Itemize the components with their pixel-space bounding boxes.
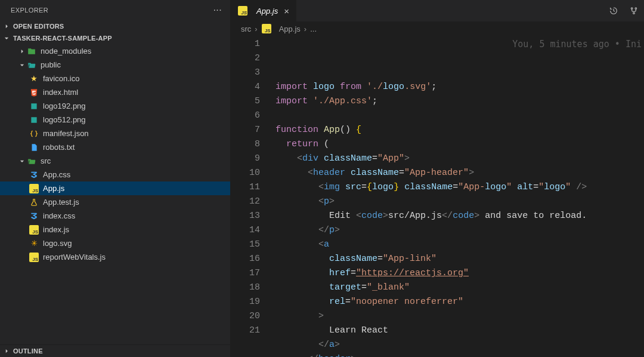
image-icon (29, 115, 39, 125)
tree-folder-public[interactable]: public (0, 58, 230, 72)
chevron-right-icon: › (255, 24, 257, 33)
js-icon: JS (29, 224, 39, 235)
tree-label: logo512.png (43, 115, 86, 124)
chevron-down-icon (18, 158, 26, 164)
folder-open-icon (26, 60, 37, 70)
tree-folder-node_modules[interactable]: node_modules (0, 44, 230, 58)
css-icon (29, 211, 39, 221)
js-icon: JS (237, 5, 248, 16)
chevron-right-icon (18, 48, 26, 54)
code-line[interactable]: <img src={logo} className="App-logo" alt… (275, 180, 644, 195)
compare-icon[interactable] (624, 0, 644, 21)
code-line[interactable]: import logo from './logo.svg'; (275, 80, 644, 94)
code-line[interactable]: <a (275, 238, 644, 252)
image-icon (29, 101, 39, 112)
code-line[interactable]: return ( (275, 137, 644, 152)
project-section[interactable]: TASKER-REACT-SAMPLE-APP (0, 32, 230, 44)
code-line[interactable]: </header> (275, 352, 644, 357)
tab-bar: JS App.js × (230, 0, 644, 21)
code-line[interactable]: </a> (275, 338, 644, 352)
tree-file[interactable]: robots.txt (0, 140, 230, 154)
code-line[interactable]: import './App.css'; (275, 94, 644, 109)
tree-file[interactable]: logo192.png (0, 99, 230, 113)
tab-app-js[interactable]: JS App.js × (230, 0, 297, 21)
code-line[interactable]: Edit <code>src/App.js</code> and save to… (275, 209, 644, 223)
file-tree: node_modules public ★ favicon.ico index.… (0, 44, 230, 344)
code-line[interactable]: <div className="App"> (275, 152, 644, 166)
tree-file[interactable]: App.css (0, 168, 230, 181)
timeline-icon[interactable] (603, 0, 624, 21)
code-line[interactable]: function App() { (275, 123, 644, 137)
test-icon (29, 197, 39, 208)
code-line[interactable]: Learn React (275, 324, 644, 338)
code-line[interactable]: <p> (275, 195, 644, 209)
chevron-right-icon (2, 23, 11, 29)
tree-folder-src[interactable]: src (0, 154, 230, 168)
breadcrumbs: src › JS App.js › ... (230, 21, 644, 36)
project-label: TASKER-REACT-SAMPLE-APP (13, 35, 112, 42)
code-line[interactable] (275, 109, 644, 123)
chevron-down-icon (2, 35, 11, 41)
breadcrumb-more[interactable]: ... (310, 24, 317, 33)
explorer-sidebar: EXPLORER ··· OPEN EDITORS TASKER-REACT-S… (0, 0, 230, 357)
code-editor[interactable]: 123456789101112131415161718192021 You, 5… (230, 36, 644, 357)
open-editors-section[interactable]: OPEN EDITORS (0, 20, 230, 32)
tree-file[interactable]: logo512.png (0, 113, 230, 127)
html-icon (29, 87, 39, 98)
tree-file[interactable]: index.css (0, 209, 230, 223)
code-line[interactable]: <header className="App-header"> (275, 166, 644, 180)
breadcrumb-file[interactable]: JS App.js (261, 23, 301, 34)
tree-file[interactable]: App.test.js (0, 195, 230, 209)
js-icon: JS (261, 23, 272, 34)
folder-icon (26, 46, 37, 57)
breadcrumb-src[interactable]: src (241, 24, 251, 33)
favicon-icon: ★ (29, 73, 39, 84)
tree-label: manifest.json (43, 129, 89, 138)
tree-file[interactable]: ★ favicon.ico (0, 72, 230, 85)
code-line[interactable]: rel="noopener noreferrer" (275, 295, 644, 309)
tree-label: reportWebVitals.js (43, 253, 106, 261)
explorer-title: EXPLORER (11, 7, 48, 14)
tree-label: App.js (43, 184, 64, 193)
code-line[interactable]: href="https://reactjs.org" (275, 266, 644, 281)
tree-label: logo.svg (43, 239, 72, 248)
chevron-down-icon (18, 62, 26, 68)
explorer-header: EXPLORER ··· (0, 0, 230, 20)
more-actions-icon[interactable]: ··· (209, 4, 225, 17)
tree-file-active[interactable]: JS App.js (0, 181, 230, 195)
tab-label: App.js (256, 7, 278, 16)
tree-label: index.html (43, 88, 78, 97)
js-icon: JS (29, 183, 39, 194)
svg-icon: ✳ (29, 238, 39, 249)
breadcrumb-label: App.js (279, 24, 301, 33)
tree-file[interactable]: JS index.js (0, 223, 230, 236)
open-editors-label: OPEN EDITORS (13, 23, 64, 30)
tree-file[interactable]: ✳ logo.svg (0, 236, 230, 250)
chevron-right-icon (2, 348, 11, 354)
tree-label: public (41, 60, 61, 69)
close-icon[interactable]: × (283, 5, 290, 17)
code-line[interactable]: </p> (275, 223, 644, 238)
code-content[interactable]: You, 5 minutes ago • Ini import logo fro… (275, 36, 644, 357)
text-file-icon (29, 142, 39, 153)
tree-file[interactable]: manifest.json (0, 127, 230, 140)
js-icon: JS (29, 252, 39, 263)
json-icon (29, 128, 39, 139)
git-blame-annotation: You, 5 minutes ago • Ini (512, 37, 642, 51)
tree-label: node_modules (41, 47, 91, 56)
tree-label: robots.txt (43, 143, 75, 152)
tree-label: src (41, 156, 51, 165)
outline-label: OUTLINE (13, 347, 43, 355)
tree-file[interactable]: index.html (0, 85, 230, 99)
code-line[interactable]: > (275, 309, 644, 324)
css-icon (29, 170, 39, 180)
tree-label: favicon.ico (43, 74, 79, 83)
tree-label: index.js (43, 225, 69, 234)
code-line[interactable]: target="_blank" (275, 281, 644, 295)
code-line[interactable]: className="App-link" (275, 252, 644, 266)
tree-file[interactable]: JS reportWebVitals.js (0, 250, 230, 264)
tree-label: index.css (43, 211, 75, 220)
outline-section[interactable]: OUTLINE (0, 344, 230, 357)
tree-label: App.css (43, 170, 70, 179)
chevron-right-icon: › (304, 24, 306, 33)
